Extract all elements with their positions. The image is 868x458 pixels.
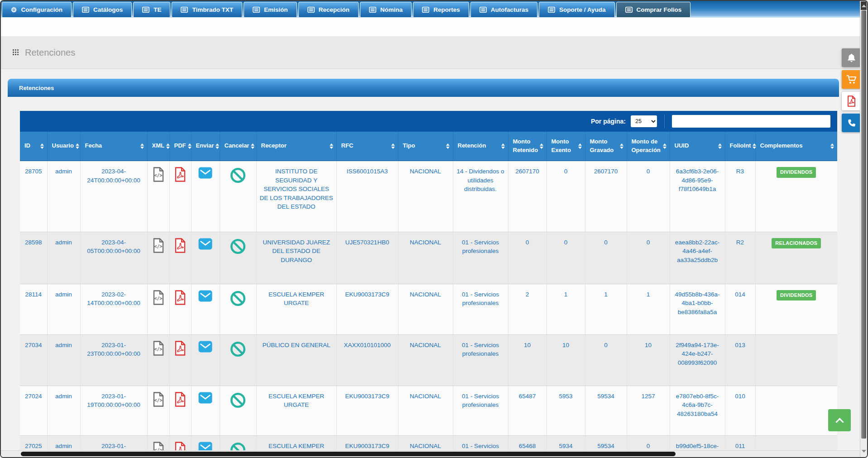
nav-tab-comprar-folios[interactable]: Comprar Folios — [616, 2, 691, 18]
column-header-monto_gravado[interactable]: Monto Gravado — [585, 132, 627, 161]
cell-monto_exento: 0 — [547, 161, 585, 232]
pdf-file-icon[interactable] — [174, 167, 187, 182]
send-email-icon[interactable] — [198, 238, 212, 250]
cell-folio_int: 010 — [725, 386, 755, 435]
horizontal-scrollbar-thumb[interactable] — [21, 452, 676, 456]
column-header-folio_int[interactable]: FolioInt — [725, 132, 755, 161]
column-header-usuario[interactable]: Usuario — [47, 132, 80, 161]
nav-tab-emision[interactable]: Emisión — [244, 2, 297, 18]
nav-tab-recepcion[interactable]: Recepción — [298, 2, 359, 18]
send-email-icon[interactable] — [198, 167, 212, 179]
cancel-icon[interactable] — [230, 290, 246, 307]
nav-tab-soporte-ayuda[interactable]: Soporte / Ayuda — [539, 2, 615, 18]
cell-rfc: EKU9003173C9 — [336, 284, 398, 334]
pdf-file-icon[interactable] — [174, 290, 187, 305]
nav-tab-timbrado-txt[interactable]: Timbrado TXT — [172, 2, 242, 18]
vertical-scrollbar-thumb[interactable] — [861, 10, 866, 439]
xml-file-icon[interactable]: </> — [152, 290, 165, 305]
column-label: Cancelar — [225, 142, 249, 150]
sort-icon — [330, 143, 333, 149]
cell-uuid: 2f949a94-173e-424e-b247-008993f62090 — [670, 334, 725, 386]
column-header-fecha[interactable]: Fecha — [80, 132, 147, 161]
cell-monto_operacion: 1257 — [627, 386, 670, 435]
xml-file-icon[interactable]: </> — [152, 167, 165, 182]
nav-tab-catalogos[interactable]: Catálogos — [73, 2, 132, 18]
sort-icon — [501, 143, 505, 149]
scrollbar-up-arrow[interactable] — [861, 1, 867, 10]
cell-uuid: eaea8bb2-22ac-4a46-a4ef-aa33a25ddb2b — [670, 232, 725, 284]
pdf-button[interactable] — [842, 92, 861, 110]
sort-icon — [391, 143, 395, 149]
nav-tab-configuracion[interactable]: ⚙Configuración — [2, 2, 72, 18]
xml-file-icon[interactable]: </> — [152, 238, 165, 253]
table-header-row: IDUsuarioFechaXMLPDFEnviarCancelarRecept… — [20, 132, 837, 161]
svg-text:</>: </> — [154, 173, 162, 178]
column-header-id[interactable]: ID — [20, 132, 47, 161]
cart-button[interactable] — [842, 70, 861, 89]
app-window: ⚙ConfiguraciónCatálogosTETimbrado TXTEmi… — [0, 0, 868, 458]
cell-complementos — [755, 386, 837, 435]
column-header-monto_retenido[interactable]: Monto Retenido — [508, 132, 547, 161]
column-label: UUID — [675, 142, 689, 150]
svg-text:</>: </> — [154, 296, 162, 301]
pdf-file-icon[interactable] — [174, 238, 187, 253]
cell-action — [191, 334, 220, 386]
sort-icon — [830, 143, 834, 149]
cell-usuario: admin — [47, 232, 80, 284]
column-header-pdf[interactable]: PDF — [169, 132, 191, 161]
cancel-icon[interactable] — [230, 341, 246, 358]
pdf-file-icon[interactable] — [174, 341, 187, 356]
send-email-icon[interactable] — [198, 290, 212, 302]
column-header-enviar[interactable]: Enviar — [191, 132, 220, 161]
scroll-to-top-button[interactable] — [828, 409, 851, 431]
column-header-cancelar[interactable]: Cancelar — [220, 132, 256, 161]
column-header-monto_operacion[interactable]: Monto de Operación — [627, 132, 670, 161]
column-label: Monto de Operación — [632, 138, 661, 155]
nav-tab-te[interactable]: TE — [133, 2, 170, 18]
cancel-icon[interactable] — [230, 238, 246, 255]
svg-text:</>: </> — [154, 398, 162, 403]
column-header-xml[interactable]: XML — [147, 132, 169, 161]
column-label: Monto Gravado — [590, 138, 618, 155]
cell-id: 28114 — [20, 284, 47, 334]
column-header-uuid[interactable]: UUID — [670, 132, 725, 161]
nav-tab-label: Comprar Folios — [637, 6, 682, 13]
column-header-rfc[interactable]: RFC — [336, 132, 398, 161]
cell-monto_retenido: 0 — [508, 232, 547, 284]
panel-header: Retenciones — [8, 79, 839, 97]
xml-file-icon[interactable]: </> — [152, 341, 165, 356]
column-header-retencion[interactable]: Retención — [453, 132, 508, 161]
cell-receptor: PÚBLICO EN GENERAL — [256, 334, 336, 386]
sort-icon — [76, 143, 79, 149]
notifications-button[interactable] — [842, 48, 861, 67]
cancel-icon[interactable] — [230, 392, 246, 409]
sort-icon — [718, 143, 722, 149]
cell-monto_gravado: 59534 — [585, 386, 627, 435]
nav-tab-reportes[interactable]: Reportes — [413, 2, 469, 18]
cell-monto_exento: 1 — [547, 284, 585, 334]
cancel-icon[interactable] — [230, 167, 246, 184]
retenciones-table-wrap: Por página: 25 IDUsuarioFechaXMLPDFEnvia… — [20, 111, 837, 458]
phone-button[interactable] — [842, 114, 861, 132]
column-header-tipo[interactable]: Tipo — [398, 132, 453, 161]
column-header-monto_exento[interactable]: Monto Exento — [547, 132, 585, 161]
scrollbar-down-arrow[interactable] — [861, 447, 867, 455]
search-input[interactable] — [672, 115, 830, 128]
column-header-complementos[interactable]: Complementos — [755, 132, 837, 161]
vertical-scrollbar[interactable] — [860, 1, 867, 457]
column-header-receptor[interactable]: Receptor — [256, 132, 336, 161]
cell-action: </> — [147, 284, 169, 334]
horizontal-scrollbar[interactable] — [1, 450, 860, 457]
per-page-select[interactable]: 25 — [631, 115, 657, 127]
nav-tab-nomina[interactable]: Nómina — [360, 2, 412, 18]
column-label: Tipo — [403, 142, 415, 150]
send-email-icon[interactable] — [198, 392, 212, 404]
send-email-icon[interactable] — [198, 341, 212, 353]
xml-file-icon[interactable]: </> — [152, 392, 165, 407]
nav-tab-autofacturas[interactable]: Autofacturas — [470, 2, 537, 18]
pdf-file-icon[interactable] — [174, 392, 187, 407]
list-icon — [307, 7, 315, 13]
nav-tab-label: Autofacturas — [491, 6, 528, 13]
cell-monto_exento: 0 — [547, 232, 585, 284]
cell-folio_int: 014 — [725, 284, 755, 334]
